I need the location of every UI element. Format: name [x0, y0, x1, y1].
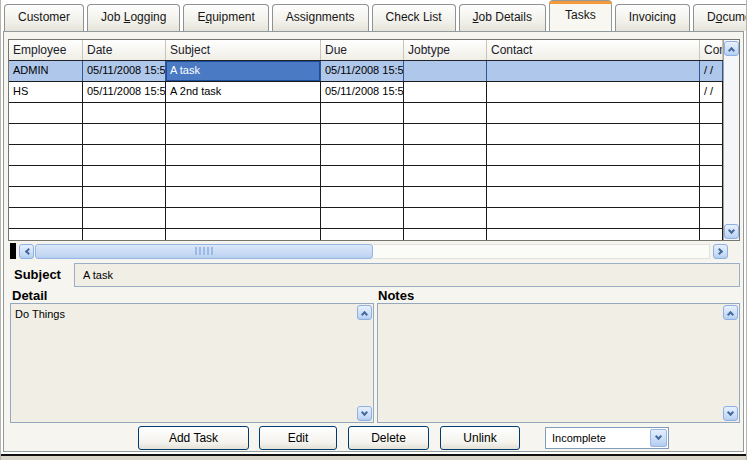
grid-cell[interactable]	[321, 229, 404, 240]
column-header-date[interactable]: Date	[83, 40, 166, 60]
tab-equipment[interactable]: Equipment	[183, 4, 268, 31]
grid-cell[interactable]	[404, 229, 487, 240]
tab-job-details[interactable]: Job Details	[459, 4, 546, 31]
scroll-down-button[interactable]	[723, 406, 738, 421]
horizontal-scroll-thumb[interactable]	[35, 244, 373, 259]
column-header-com[interactable]: Com	[700, 40, 723, 60]
add-task-button[interactable]: Add Task	[138, 426, 249, 450]
scroll-down-button[interactable]	[357, 406, 372, 421]
grid-cell[interactable]	[166, 187, 321, 207]
grid-cell[interactable]	[404, 103, 487, 123]
scroll-up-button[interactable]	[724, 41, 739, 56]
delete-button[interactable]: Delete	[348, 426, 429, 450]
horizontal-scroll-track[interactable]	[373, 244, 710, 259]
tab-invoicing[interactable]: Invoicing	[615, 4, 690, 31]
column-header-contact[interactable]: Contact	[487, 40, 700, 60]
subject-input[interactable]: A task	[74, 263, 740, 287]
grid-cell[interactable]: HS	[9, 82, 83, 102]
grid-cell[interactable]	[9, 187, 83, 207]
column-header-jobtype[interactable]: Jobtype	[404, 40, 487, 60]
grid-cell[interactable]	[700, 187, 723, 207]
notes-textarea[interactable]	[377, 303, 740, 423]
table-row[interactable]	[9, 166, 723, 187]
column-header-subject[interactable]: Subject	[166, 40, 321, 60]
grid-cell[interactable]	[487, 82, 700, 102]
table-row[interactable]	[9, 208, 723, 229]
grid-cell[interactable]: 05/11/2008 15:5	[321, 61, 404, 81]
grid-cell[interactable]: 05/11/2008 15:5	[83, 82, 166, 102]
status-dropdown[interactable]: Incomplete	[545, 427, 669, 449]
grid-cell[interactable]	[700, 103, 723, 123]
tab-documents[interactable]: Documents	[693, 4, 747, 31]
grid-cell[interactable]	[404, 187, 487, 207]
grid-cell[interactable]	[9, 124, 83, 144]
scroll-right-button[interactable]	[713, 244, 728, 259]
grid-cell[interactable]	[487, 187, 700, 207]
grid-cell[interactable]	[83, 124, 166, 144]
grid-cell[interactable]	[487, 103, 700, 123]
tab-job-logging[interactable]: Job Logging	[87, 4, 180, 31]
grid-cell[interactable]	[83, 229, 166, 240]
grid-cell[interactable]	[404, 61, 487, 81]
grid-cell[interactable]: 05/11/2008 15:5	[83, 61, 166, 81]
grid-cell[interactable]	[404, 124, 487, 144]
detail-scrollbar[interactable]	[356, 304, 373, 422]
grid-cell[interactable]	[487, 145, 700, 165]
grid-cell[interactable]: / /	[700, 61, 723, 81]
column-header-due[interactable]: Due	[321, 40, 404, 60]
grid-cell[interactable]	[321, 124, 404, 144]
scroll-up-button[interactable]	[723, 305, 738, 320]
grid-cell[interactable]	[166, 103, 321, 123]
grid-cell[interactable]	[166, 166, 321, 186]
unlink-button[interactable]: Unlink	[440, 426, 520, 450]
grid-cell[interactable]	[487, 166, 700, 186]
grid-cell[interactable]: A 2nd task	[166, 82, 321, 102]
grid-cell[interactable]	[700, 166, 723, 186]
notes-scrollbar[interactable]	[722, 304, 739, 422]
grid-cell[interactable]	[487, 208, 700, 228]
grid-cell[interactable]	[487, 61, 700, 81]
grid-cell[interactable]	[487, 229, 700, 240]
grid-cell[interactable]	[166, 229, 321, 240]
grid-cell[interactable]	[321, 166, 404, 186]
grid-cell[interactable]: 05/11/2008 15:5	[321, 82, 404, 102]
grid-cell[interactable]	[9, 166, 83, 186]
table-row[interactable]	[9, 145, 723, 166]
grid-splitter-handle[interactable]	[10, 243, 16, 259]
tab-tasks[interactable]: Tasks	[549, 0, 612, 31]
grid-cell[interactable]	[83, 208, 166, 228]
grid-cell[interactable]: ADMIN	[9, 61, 83, 81]
edit-button[interactable]: Edit	[259, 426, 337, 450]
grid-cell[interactable]	[9, 145, 83, 165]
grid-cell[interactable]	[9, 208, 83, 228]
tab-assignments[interactable]: Assignments	[272, 4, 369, 31]
grid-cell[interactable]	[166, 145, 321, 165]
grid-cell[interactable]	[700, 229, 723, 240]
grid-cell[interactable]	[166, 124, 321, 144]
grid-cell[interactable]	[166, 208, 321, 228]
grid-cell[interactable]	[404, 82, 487, 102]
grid-cell[interactable]	[321, 103, 404, 123]
table-row[interactable]	[9, 124, 723, 145]
table-row[interactable]	[9, 229, 723, 240]
grid-cell[interactable]	[9, 229, 83, 240]
table-row[interactable]: HS05/11/2008 15:5A 2nd task05/11/2008 15…	[9, 82, 723, 103]
grid-cell[interactable]	[321, 145, 404, 165]
grid-cell[interactable]	[83, 166, 166, 186]
scroll-left-button[interactable]	[19, 244, 34, 259]
grid-vertical-scrollbar[interactable]	[723, 40, 739, 240]
grid-cell[interactable]	[321, 187, 404, 207]
grid-cell[interactable]	[487, 124, 700, 144]
grid-cell[interactable]	[404, 166, 487, 186]
table-row[interactable]: ADMIN05/11/2008 15:5A task05/11/2008 15:…	[9, 61, 723, 82]
table-row[interactable]	[9, 187, 723, 208]
grid-cell[interactable]	[321, 208, 404, 228]
detail-text[interactable]: Do Things	[11, 304, 356, 422]
grid-cell[interactable]	[404, 208, 487, 228]
grid-cell[interactable]: / /	[700, 82, 723, 102]
dropdown-arrow-icon[interactable]	[650, 429, 667, 447]
column-header-employee[interactable]: Employee	[9, 40, 83, 60]
grid-cell[interactable]	[700, 208, 723, 228]
grid-cell[interactable]	[83, 187, 166, 207]
tab-customer[interactable]: Customer	[4, 4, 84, 31]
